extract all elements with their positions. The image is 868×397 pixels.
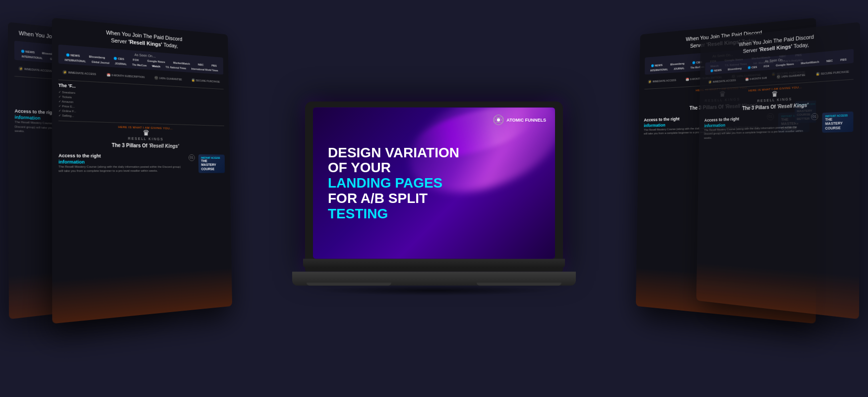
panel-left-front: When You Join The Paid DiscordServer 'Re… [52,18,232,324]
laptop-bottom [292,272,576,286]
laptop-foot-right [477,283,562,286]
lf-course-title: THEMASTERYCOURSE [201,159,222,171]
lf-logo-marketwatch: MarketWatch [173,61,190,65]
rf-logo-journal: JOURNAL [674,66,684,70]
rb-logo-bloomberg: Bloomberg [728,67,742,71]
lf-num: 01 [188,154,195,161]
lf-badge-guarantee: 🛡140% GUARANTEE [154,76,182,81]
rb-logo-cbs: CBS [748,66,757,69]
lf-section-cyan: information [59,159,185,165]
rb-course-box: INSTANT ACCESS THEMASTERYCOURSE [822,111,853,132]
rb-course-title: THEMASTERYCOURSE [825,117,850,131]
rb-badge-guarantee: 🛡140% GUARANTEE [777,73,806,79]
lf-section-title: Access to the right [59,153,185,159]
scene: When You Join The Paid Discord Server 'R… [0,0,868,397]
laptop-screen: ATOMIC FUNNELS DESIGN VARIATION OF YOUR … [313,108,555,259]
lf-logo-marcom: The MarCom [132,63,146,67]
lf-logo-times: T.S. National Times [166,66,186,70]
laptop-headline: DESIGN VARIATION OF YOUR LANDING PAGES F… [328,145,459,221]
laptop-shadow [318,286,550,296]
lf-logo-gj: Global Journal [92,60,110,65]
panel-right-back: When You Join The Paid DiscordServer 'Re… [696,22,860,319]
left-front-pillars: The 3 Pillars Of 'Resell Kings' [59,141,225,149]
logo-news: NEWS [21,50,35,54]
lf-logo-int: INTERNATIONAL [65,58,86,63]
lf-course-box: INSTANT ACCESS THEMASTERYCOURSE [198,154,225,173]
lf-logo-googlenews: Google News [147,59,165,63]
rf-logo-bloomberg: Bloomberg [670,62,684,66]
logo-int: INTERNATIONAL [22,55,43,60]
laptop-screen-outer: ATOMIC FUNNELS DESIGN VARIATION OF YOUR … [305,102,563,272]
rf-logo-int: INTERNATIONAL [650,68,668,72]
rf-logo-news: NEWS [651,64,663,67]
headline-cyan1: LANDING PAGES [328,175,442,191]
laptop-logo: ATOMIC FUNNELS [493,115,546,126]
rb-logo-googlenews: Google News [776,62,794,66]
lf-badge-sub: 📅6-MONTH SUBSCRIPTION [107,72,145,79]
rb-logo-fox: FOX [763,65,769,68]
laptop-logo-text: ATOMIC FUNNELS [506,117,546,123]
badge-access: ⚡IMMEDIATE ACCESS [19,66,52,73]
rb-badge-access: ⚡IMMEDIATE ACCESS [708,78,736,84]
laptop-wrapper: ATOMIC FUNNELS DESIGN VARIATION OF YOUR … [305,102,563,296]
rb-badge-secure: 🔒SECURE PURCHASE [816,69,849,76]
lf-section-desc: The Resell Mastery Course (along with th… [59,164,185,173]
laptop-screen-content: ATOMIC FUNNELS DESIGN VARIATION OF YOUR … [313,108,555,259]
lf-logo-cbs: CBS [114,57,124,60]
headline-line2: OF YOUR [328,160,391,175]
rb-logo-marketwatch: MarketWatch [801,60,819,65]
headline-line3: FOR A/B SPLIT [328,190,428,205]
lf-logo-watch: Watch [152,65,160,68]
lf-badge-secure: 🔒SECURE PURCHASE [191,78,220,83]
headline-line1: DESIGN VARIATION [328,144,459,160]
lf-logo-pbs: PBS [211,64,217,67]
rb-badge-sub: 📅6-MONTH SUB [745,76,767,81]
rf-badge-access: ⚡IMMEDIATE ACCESS [648,78,677,83]
laptop-foot-left [307,283,392,286]
rb-num: 01 [811,113,818,120]
rb-logo-pbs: PBS [840,58,847,61]
right-back-bottom: Access to the right information The Rese… [704,111,853,139]
lf-logo-intl: International World Times [191,67,218,71]
rb-logo-nbc: NBC [826,59,833,63]
lf-logo-fox: FOX [133,58,139,62]
atomic-funnels-icon [493,115,504,126]
left-front-bottom: Access to the right information The Rese… [59,153,225,173]
headline-cyan2: TESTING [328,205,388,221]
lf-logo-journal: JOURNAL [115,62,127,66]
lf-badge-access: ⚡IMMEDIATE ACCESS [63,70,96,76]
laptop: ATOMIC FUNNELS DESIGN VARIATION OF YOUR … [305,102,563,296]
svg-point-1 [497,119,500,122]
rb-logo-news: NEWS [711,68,722,72]
lf-logo-bloomberg: Bloomberg [89,55,105,59]
lf-logo-nbc: NBC [198,63,204,66]
laptop-base [303,259,565,268]
lf-logo-news: NEWS [66,53,80,57]
left-front-gradient [52,268,232,324]
